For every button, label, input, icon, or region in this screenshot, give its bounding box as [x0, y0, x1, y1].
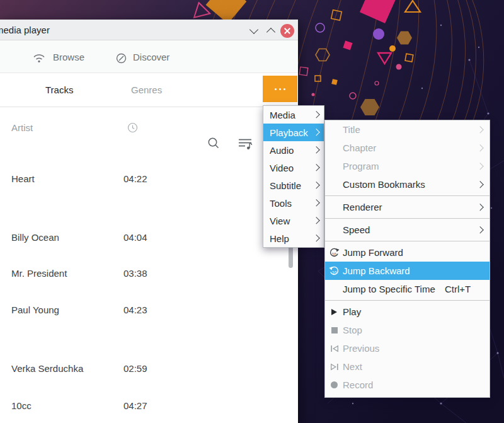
vertical-scrollbar[interactable]	[289, 245, 293, 268]
menu-item-label: Help	[270, 233, 289, 244]
submenu-item-label: Custom Bookmarks	[343, 179, 425, 190]
chevron-right-icon	[476, 144, 483, 151]
submenu-item-chapter: Chapter	[325, 139, 490, 157]
skip-backward-10-icon: 10	[328, 262, 341, 280]
chevron-up-icon	[266, 28, 275, 37]
playback-submenu-popup: Title Chapter Program Custom Bookmarks R…	[324, 120, 490, 398]
track-duration: 02:59	[123, 363, 147, 374]
submenu-item-label: Jump Forward	[343, 247, 403, 258]
media-player-window: media player Browse Discover Tracks Genr…	[0, 20, 298, 423]
svg-text:10: 10	[332, 252, 337, 257]
wireless-icon	[33, 53, 45, 63]
close-button[interactable]	[280, 24, 294, 38]
menu-item-view[interactable]: View	[263, 212, 324, 229]
submenu-item-label: Play	[343, 306, 361, 317]
submenu-item-jump-to-specific-time[interactable]: Jump to Specific Time Ctrl+T	[325, 280, 490, 298]
chevron-right-icon	[312, 129, 319, 136]
submenu-item-title: Title	[325, 120, 490, 139]
shortcut-label: Ctrl+T	[445, 284, 471, 294]
track-duration: 04:04	[123, 232, 147, 243]
chevron-right-icon	[312, 165, 319, 171]
table-row[interactable]: Verka Serduchka 02:59	[0, 363, 265, 376]
submenu-item-stop: Stop	[325, 321, 490, 339]
discover-label: Discover	[133, 52, 169, 62]
tab-tracks[interactable]: Tracks	[45, 84, 73, 95]
table-row[interactable]: Mr. President 03:38	[0, 268, 265, 281]
menu-item-subtitle[interactable]: Subtitle	[263, 177, 324, 194]
chevron-right-icon	[476, 204, 483, 211]
skip-forward-10-icon: 10	[328, 243, 341, 262]
column-header-artist[interactable]: Artist	[11, 122, 33, 133]
chevron-right-icon	[312, 217, 319, 224]
submenu-item-next: Next	[325, 357, 490, 376]
track-artist: Heart	[11, 173, 35, 184]
menu-item-media[interactable]: Media	[263, 106, 324, 124]
submenu-item-previous: Previous	[325, 339, 490, 357]
chevron-right-icon	[476, 226, 483, 233]
menu-item-tools[interactable]: Tools	[263, 194, 324, 212]
track-duration: 03:38	[123, 268, 147, 279]
browse-button[interactable]: Browse	[33, 40, 89, 72]
track-artist: Billy Ocean	[11, 232, 59, 243]
menu-item-label: Video	[270, 163, 294, 173]
ellipsis-icon	[275, 88, 277, 90]
view-tabbar: Tracks Genres	[0, 73, 298, 107]
play-icon	[328, 303, 341, 321]
source-toolbar: Browse Discover	[0, 40, 298, 73]
maximize-button[interactable]	[265, 26, 277, 35]
window-title: media player	[0, 25, 50, 35]
menu-item-video[interactable]: Video	[263, 159, 324, 177]
table-row[interactable]: Paul Young 04:23	[0, 304, 265, 317]
submenu-item-label: Jump Backward	[343, 265, 410, 276]
compass-icon	[116, 53, 127, 64]
tab-genres[interactable]: Genres	[131, 84, 162, 95]
chevron-down-icon	[249, 25, 258, 34]
menu-item-audio[interactable]: Audio	[263, 141, 324, 159]
submenu-item-label: Stop	[343, 325, 362, 335]
submenu-item-label: Title	[343, 124, 360, 135]
stop-icon	[328, 321, 341, 339]
track-duration: 04:23	[123, 304, 147, 315]
more-menu-button[interactable]	[263, 76, 297, 102]
track-artist: Verka Serduchka	[11, 363, 83, 374]
chevron-right-icon	[476, 163, 483, 170]
minimize-button[interactable]	[248, 26, 260, 35]
chevron-right-icon	[312, 235, 319, 242]
menu-item-label: Subtitle	[270, 180, 301, 191]
chevron-right-icon	[312, 147, 319, 154]
menu-item-label: Media	[270, 110, 295, 120]
menu-item-label: Audio	[270, 145, 294, 156]
track-artist: 10cc	[11, 400, 32, 411]
menu-separator	[325, 300, 490, 301]
submenu-item-play[interactable]: Play	[325, 303, 490, 321]
discover-button[interactable]: Discover	[116, 40, 179, 72]
search-icon[interactable]	[207, 137, 220, 149]
chevron-right-icon	[312, 112, 319, 119]
submenu-item-label: Next	[343, 361, 362, 372]
menu-item-playback[interactable]: Playback	[263, 124, 324, 141]
submenu-item-jump-forward[interactable]: 10 Jump Forward	[325, 243, 490, 262]
menu-item-label: View	[270, 216, 290, 226]
submenu-item-label: Speed	[343, 224, 370, 235]
table-row[interactable]: Heart 04:22	[0, 173, 265, 186]
track-list-header: Artist	[0, 107, 298, 139]
clock-icon[interactable]	[127, 122, 138, 133]
menu-item-label: Playback	[270, 127, 308, 138]
main-menu-popup: Media Playback Audio Video Subtitle Tool…	[263, 105, 324, 248]
titlebar[interactable]: media player	[0, 20, 298, 40]
chevron-right-icon	[476, 126, 483, 133]
chevron-right-icon	[476, 181, 483, 188]
record-icon	[328, 376, 341, 394]
table-row[interactable]: 10cc 04:27	[0, 400, 265, 413]
submenu-item-renderer[interactable]: Renderer	[325, 198, 490, 216]
menu-item-help[interactable]: Help	[263, 229, 324, 247]
submenu-item-custom-bookmarks[interactable]: Custom Bookmarks	[325, 175, 490, 194]
previous-track-icon	[328, 339, 341, 357]
submenu-item-speed[interactable]: Speed	[325, 221, 490, 239]
playlist-icon[interactable]	[238, 138, 253, 150]
submenu-item-label: Previous	[343, 343, 379, 354]
track-artist: Paul Young	[11, 304, 59, 315]
submenu-item-jump-backward[interactable]: 10 Jump Backward	[325, 262, 490, 280]
table-row[interactable]: Billy Ocean 04:04	[0, 232, 265, 245]
submenu-item-label: Jump to Specific Time	[343, 284, 435, 294]
